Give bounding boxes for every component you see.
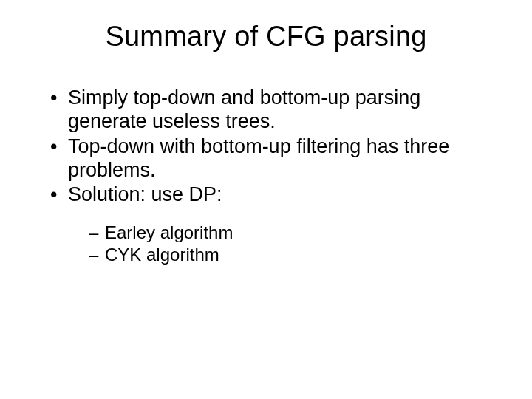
bullet-item: Solution: use DP: Earley algorithm CYK a… [50, 183, 502, 265]
bullet-item: Simply top-down and bottom-up parsing ge… [50, 86, 502, 134]
sub-bullet-item: Earley algorithm [89, 222, 502, 243]
slide-title: Summary of CFG parsing [30, 21, 502, 52]
sub-bullet-item: CYK algorithm [89, 244, 502, 265]
bullet-item: Top-down with bottom-up filtering has th… [50, 135, 502, 183]
sub-bullet-list: Earley algorithm CYK algorithm [68, 222, 502, 265]
bullet-list: Simply top-down and bottom-up parsing ge… [30, 86, 502, 265]
bullet-text: Solution: use DP: [68, 183, 222, 205]
